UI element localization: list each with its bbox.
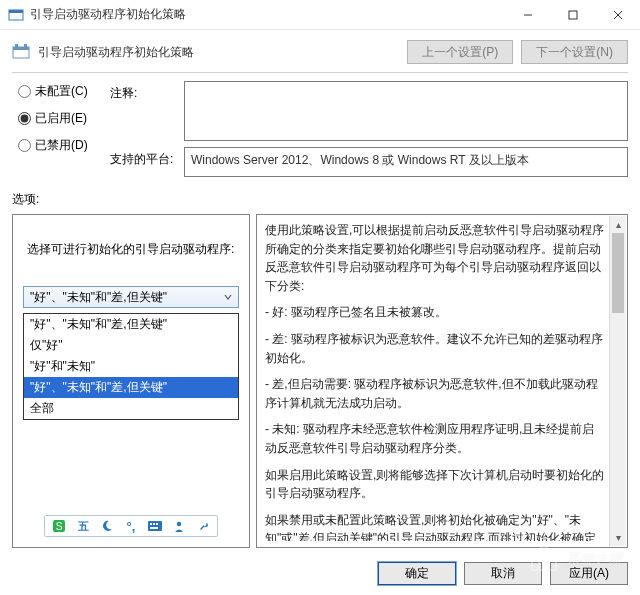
ime-person-icon[interactable] xyxy=(171,518,187,534)
close-button[interactable] xyxy=(595,0,640,30)
help-para: 如果禁用或未配置此策略设置,则将初始化被确定为"好"、"未知"或"差,但启动关键… xyxy=(265,511,605,541)
scroll-thumb[interactable] xyxy=(612,233,624,313)
minimize-button[interactable] xyxy=(505,0,550,30)
svg-rect-1 xyxy=(9,10,23,13)
dropdown-option[interactable]: 全部 xyxy=(24,398,238,419)
svg-text:S: S xyxy=(56,521,63,532)
dropdown-option[interactable]: "好"、"未知"和"差,但关键" xyxy=(24,314,238,335)
comment-input[interactable] xyxy=(184,81,628,141)
ime-wubi-icon[interactable]: 五 xyxy=(75,518,91,534)
titlebar: 引导启动驱动程序初始化策略 xyxy=(0,0,640,30)
next-setting-button[interactable]: 下一个设置(N) xyxy=(521,40,628,64)
svg-rect-16 xyxy=(150,527,158,529)
svg-rect-13 xyxy=(150,523,152,525)
ok-button[interactable]: 确定 xyxy=(378,562,456,585)
help-li: - 好: 驱动程序已签名且未被篡改。 xyxy=(265,303,605,322)
options-label: 选项: xyxy=(0,181,640,212)
select-label: 选择可进行初始化的引导启动驱动程序: xyxy=(23,241,239,258)
policy-icon xyxy=(12,43,30,61)
subheader-title: 引导启动驱动程序初始化策略 xyxy=(38,44,399,61)
help-li: - 未知: 驱动程序未经恶意软件检测应用程序证明,且未经提前启动反恶意软件引导启… xyxy=(265,420,605,457)
main-panes: 选择可进行初始化的引导启动驱动程序: "好"、"未知"和"差,但关键" "好"、… xyxy=(0,212,640,554)
svg-rect-7 xyxy=(13,47,29,50)
ime-wrench-icon[interactable] xyxy=(195,518,211,534)
radio-enabled[interactable] xyxy=(18,112,31,125)
init-dropdown[interactable]: "好"、"未知"和"差,但关键" 仅"好" "好"和"未知" "好"、"未知"和… xyxy=(23,313,239,420)
svg-rect-3 xyxy=(569,11,577,19)
window-title: 引导启动驱动程序初始化策略 xyxy=(30,6,505,23)
ime-toolbar[interactable]: S 五 °, xyxy=(44,515,218,537)
platform-box: Windows Server 2012、Windows 8 或 Windows … xyxy=(184,147,628,177)
svg-rect-15 xyxy=(156,523,158,525)
svg-rect-14 xyxy=(153,523,155,525)
subheader: 引导启动驱动程序初始化策略 上一个设置(P) 下一个设置(N) xyxy=(0,30,640,72)
config-area: 未配置(C) 已启用(E) 已禁用(D) 注释: 支持的平台: Windows … xyxy=(0,73,640,181)
help-para: 如果启用此策略设置,则将能够选择下次计算机启动时要初始化的引导启动驱动程序。 xyxy=(265,466,605,503)
state-radios: 未配置(C) 已启用(E) 已禁用(D) xyxy=(18,81,104,177)
ime-icon[interactable]: S xyxy=(51,518,67,534)
init-combo[interactable]: "好"、"未知"和"差,但关键" xyxy=(23,286,239,308)
help-text: 使用此策略设置,可以根据提前启动反恶意软件引导启动驱动程序所确定的分类来指定要初… xyxy=(265,221,621,541)
cancel-button[interactable]: 取消 xyxy=(464,562,542,585)
radio-disabled[interactable] xyxy=(18,139,31,152)
svg-rect-8 xyxy=(15,44,18,47)
ime-moon-icon[interactable] xyxy=(99,518,115,534)
dropdown-option[interactable]: "好"、"未知"和"差,但关键" xyxy=(24,377,238,398)
help-para: 使用此策略设置,可以根据提前启动反恶意软件引导启动驱动程序所确定的分类来指定要初… xyxy=(265,221,605,295)
scrollbar[interactable]: ▴ ▾ xyxy=(609,216,626,546)
scroll-up-icon[interactable]: ▴ xyxy=(610,216,626,233)
radio-enabled-label: 已启用(E) xyxy=(35,110,87,127)
prev-setting-button[interactable]: 上一个设置(P) xyxy=(407,40,513,64)
comment-label: 注释: xyxy=(110,81,176,102)
help-li: - 差: 驱动程序被标识为恶意软件。建议不允许已知的差驱动程序初始化。 xyxy=(265,330,605,367)
help-li: - 差,但启动需要: 驱动程序被标识为恶意软件,但不加载此驱动程序计算机就无法成… xyxy=(265,375,605,412)
scroll-down-icon[interactable]: ▾ xyxy=(610,529,626,546)
radio-not-configured-label: 未配置(C) xyxy=(35,83,88,100)
svg-rect-9 xyxy=(24,44,27,47)
apply-button[interactable]: 应用(A) xyxy=(550,562,628,585)
ime-keyboard-icon[interactable] xyxy=(147,518,163,534)
help-pane: 使用此策略设置,可以根据提前启动反恶意软件引导启动驱动程序所确定的分类来指定要初… xyxy=(256,214,628,548)
svg-point-17 xyxy=(177,522,181,526)
scroll-track[interactable] xyxy=(610,233,626,529)
platform-label: 支持的平台: xyxy=(110,147,176,168)
maximize-button[interactable] xyxy=(550,0,595,30)
chevron-down-icon xyxy=(220,289,236,305)
combo-value: "好"、"未知"和"差,但关键" xyxy=(30,289,167,306)
footer: 确定 取消 应用(A) xyxy=(0,554,640,595)
dropdown-option[interactable]: 仅"好" xyxy=(24,335,238,356)
window-icon xyxy=(8,7,24,23)
radio-not-configured[interactable] xyxy=(18,85,31,98)
options-pane: 选择可进行初始化的引导启动驱动程序: "好"、"未知"和"差,但关键" "好"、… xyxy=(12,214,250,548)
radio-disabled-label: 已禁用(D) xyxy=(35,137,88,154)
ime-comma-icon[interactable]: °, xyxy=(123,518,139,534)
svg-rect-12 xyxy=(148,521,162,531)
dropdown-option[interactable]: "好"和"未知" xyxy=(24,356,238,377)
window-controls xyxy=(505,0,640,30)
